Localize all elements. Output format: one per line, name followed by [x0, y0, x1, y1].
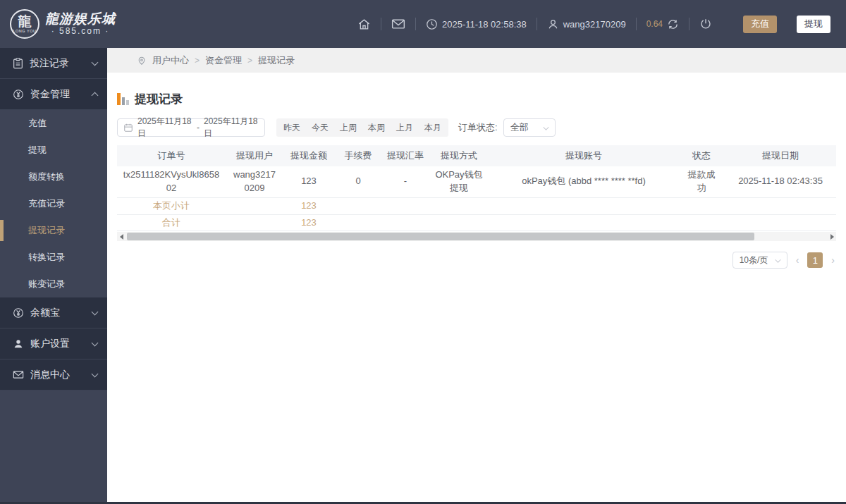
user-account[interactable]: wang32170209	[547, 18, 626, 30]
chevron-down-icon	[92, 339, 99, 346]
person-icon	[13, 338, 24, 350]
col-withdraw-amount: 提现金额	[283, 145, 334, 166]
chevron-down-icon	[92, 370, 99, 377]
date-range-picker[interactable]: 2025年11月18日 - 2025年11月18日	[117, 118, 265, 137]
scrollbar-track[interactable]	[125, 232, 828, 241]
cell-withdraw-amount: 123	[283, 166, 334, 197]
brand-badge-text: LONG YOU	[13, 30, 37, 34]
prev-page-icon[interactable]: ‹	[795, 254, 801, 266]
pagination: 10条/页 ‹ 1 ›	[117, 252, 836, 269]
location-pin-icon	[137, 55, 147, 66]
withdraw-button[interactable]: 提现	[797, 16, 830, 33]
cell-fee: 0	[334, 166, 382, 197]
sidebar-item-withdraw-records[interactable]: 提现记录	[0, 217, 107, 244]
breadcrumb-separator: >	[195, 56, 200, 66]
sidebar-group-yuebao[interactable]: 余额宝	[0, 297, 107, 328]
deposit-button[interactable]: 充值	[743, 16, 777, 33]
sidebar-item-quota-transfer[interactable]: 额度转换	[0, 164, 107, 190]
sidebar-group-label: 账户设置	[30, 338, 86, 350]
total-label: 合计	[117, 214, 226, 231]
server-time-text: 2025-11-18 02:58:38	[442, 19, 527, 30]
chevron-down-icon	[775, 257, 780, 262]
col-fee: 手续费	[334, 145, 382, 166]
breadcrumb-funds-management[interactable]: 资金管理	[205, 54, 242, 67]
sidebar-group-funds-management[interactable]: 资金管理	[0, 79, 107, 110]
quick-range-this-week[interactable]: 本周	[362, 118, 391, 137]
quick-range-yesterday[interactable]: 昨天	[278, 118, 306, 137]
breadcrumb-separator: >	[247, 56, 252, 66]
sidebar-group-message-center[interactable]: 消息中心	[0, 359, 107, 391]
sidebar-item-withdraw[interactable]: 提现	[0, 137, 107, 164]
sidebar-group-account-settings[interactable]: 账户设置	[0, 328, 107, 359]
divider	[381, 18, 381, 30]
sidebar-item-deposit[interactable]: 充值	[0, 110, 107, 137]
breadcrumb: 用户中心 > 资金管理 > 提现记录	[107, 48, 846, 73]
sidebar: 投注记录 资金管理 充值 提现 额度转换 充值记录 提现记录 转换记录 账变记录…	[0, 48, 107, 502]
quick-range-today[interactable]: 今天	[306, 118, 334, 137]
col-withdraw-date: 提现日期	[725, 145, 836, 166]
col-exchange-rate: 提现汇率	[382, 145, 429, 166]
yen-circle-icon	[13, 89, 24, 100]
brand-domain: · 585.com ·	[45, 27, 116, 36]
clock-icon	[426, 18, 438, 30]
page-title: 提现记录	[135, 91, 183, 107]
chevron-up-icon	[92, 92, 99, 99]
date-start: 2025年11月18日	[137, 116, 192, 140]
col-withdraw-method: 提现方式	[429, 145, 489, 166]
order-status-value: 全部	[510, 121, 529, 134]
sidebar-group-label: 消息中心	[30, 369, 86, 381]
breadcrumb-user-center[interactable]: 用户中心	[152, 54, 189, 67]
username-text: wang32170209	[563, 19, 626, 30]
total-row: 合计 123	[117, 214, 836, 231]
mail-icon[interactable]	[391, 18, 405, 30]
order-status-select[interactable]: 全部	[503, 118, 556, 137]
chevron-down-icon	[543, 124, 548, 130]
cell-withdraw-date: 2025-11-18 02:43:35	[725, 166, 836, 197]
divider	[689, 18, 689, 30]
quick-range-this-month[interactable]: 本月	[419, 118, 447, 137]
brand-logo[interactable]: 龍 LONG YOU 龍游娱乐城 · 585.com ·	[10, 9, 116, 39]
calendar-icon	[123, 123, 133, 133]
scroll-right-arrow[interactable]	[828, 232, 836, 241]
date-end: 2025年11月18日	[204, 116, 259, 140]
cell-withdraw-user: wang32170209	[226, 166, 283, 197]
sidebar-group-betting-records[interactable]: 投注记录	[0, 48, 107, 79]
quick-range-last-month[interactable]: 上月	[391, 118, 419, 137]
home-icon[interactable]	[357, 18, 371, 31]
col-order-no: 订单号	[117, 145, 226, 166]
bar-chart-icon	[117, 93, 129, 105]
quick-range-last-week[interactable]: 上周	[334, 118, 362, 137]
chevron-down-icon	[92, 308, 99, 315]
breadcrumb-withdraw-records: 提现记录	[258, 54, 295, 67]
server-time: 2025-11-18 02:58:38	[426, 18, 527, 30]
refresh-balance-icon[interactable]	[667, 18, 679, 30]
page-size-value: 10条/页	[740, 254, 768, 266]
sidebar-item-transfer-records[interactable]: 转换记录	[0, 244, 107, 271]
scrollbar-thumb[interactable]	[127, 233, 754, 240]
subtotal-row: 本页小计 123	[117, 197, 836, 214]
cell-withdraw-method: OKPay钱包提现	[429, 166, 489, 197]
sidebar-item-deposit-records[interactable]: 充值记录	[0, 190, 107, 217]
cell-withdraw-account: okPay钱包 (abbd **** **** **fd)	[489, 166, 678, 197]
sidebar-item-account-change-records[interactable]: 账变记录	[0, 271, 107, 297]
withdraw-records-table: 订单号 提现用户 提现金额 手续费 提现汇率 提现方式 提现账号 状态 提现日期…	[117, 145, 836, 231]
topbar: 龍 LONG YOU 龍游娱乐城 · 585.com · 2025-11-18 …	[0, 0, 846, 48]
brand-name: 龍游娱乐城	[45, 12, 116, 27]
sidebar-group-label: 余额宝	[30, 307, 86, 319]
cell-exchange-rate: -	[382, 166, 429, 197]
page-size-select[interactable]: 10条/页	[732, 252, 787, 269]
col-withdraw-account: 提现账号	[489, 145, 678, 166]
next-page-icon[interactable]: ›	[830, 254, 836, 266]
cell-status: 提款成功	[678, 166, 725, 197]
logout-power-icon[interactable]	[699, 18, 712, 30]
divider	[537, 18, 537, 30]
quick-range-group: 昨天 今天 上周 本周 上月 本月	[276, 118, 448, 137]
subtotal-amount: 123	[283, 197, 334, 214]
balance-amount: 0.64	[646, 19, 663, 29]
scroll-left-arrow[interactable]	[117, 232, 125, 241]
dragon-glyph: 龍	[18, 15, 32, 28]
current-page-button[interactable]: 1	[807, 252, 823, 268]
funds-submenu: 充值 提现 额度转换 充值记录 提现记录 转换记录 账变记录	[0, 110, 107, 297]
col-status: 状态	[678, 145, 725, 166]
dragon-logo-icon: 龍 LONG YOU	[10, 9, 39, 39]
